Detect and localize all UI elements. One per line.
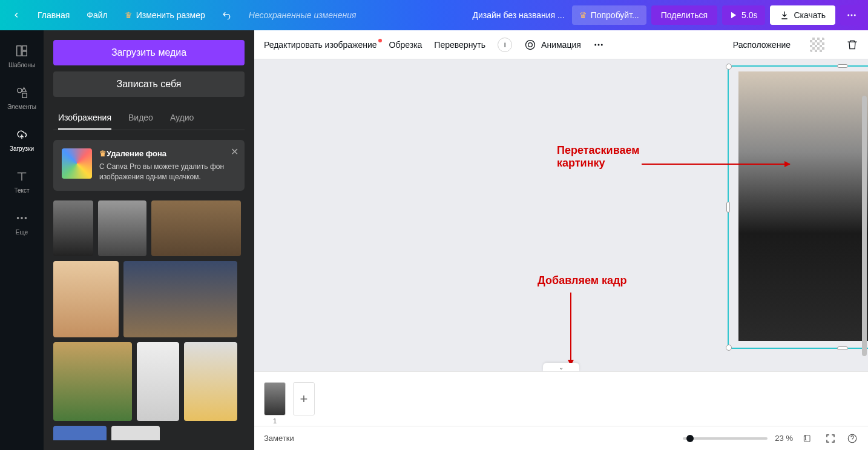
record-self-button[interactable]: Записать себя bbox=[53, 71, 245, 97]
undo-button[interactable] bbox=[215, 5, 239, 25]
svg-point-1 bbox=[847, 15, 849, 16]
tab-images[interactable]: Изображения bbox=[58, 107, 111, 130]
annotation-arrow bbox=[570, 293, 571, 365]
crown-icon: ♛ bbox=[579, 10, 587, 20]
vertical-scrollbar[interactable] bbox=[862, 96, 867, 356]
resize-handle[interactable] bbox=[837, 346, 848, 350]
home-button[interactable]: Главная bbox=[30, 5, 77, 25]
download-button[interactable]: Скачать bbox=[770, 5, 836, 25]
nav-elements[interactable]: Элементы bbox=[0, 77, 44, 119]
info-button[interactable]: i bbox=[498, 38, 512, 52]
page-list-button[interactable]: 1 bbox=[803, 432, 815, 445]
media-thumbnail[interactable] bbox=[123, 261, 237, 337]
media-thumbnail[interactable] bbox=[111, 426, 160, 440]
svg-rect-5 bbox=[22, 46, 27, 50]
media-thumbnail[interactable] bbox=[53, 342, 132, 421]
trash-icon bbox=[846, 39, 858, 51]
templates-icon bbox=[15, 44, 28, 58]
annotation-drag: Перетаскиваемкартинку bbox=[557, 144, 640, 170]
nav-more[interactable]: Еще bbox=[0, 202, 44, 244]
resize-handle[interactable] bbox=[837, 64, 848, 68]
more-options-button[interactable] bbox=[593, 39, 604, 50]
help-button[interactable] bbox=[846, 432, 858, 445]
download-icon bbox=[780, 10, 789, 20]
svg-point-13 bbox=[526, 40, 535, 49]
flip-button[interactable]: Перевернуть bbox=[434, 40, 485, 50]
canvas-area: Редактировать изображение Обрезка Переве… bbox=[254, 30, 868, 450]
bg-remove-promo: ♛Удаление фона С Canva Pro вы можете уда… bbox=[53, 140, 245, 191]
dots-icon bbox=[846, 10, 857, 21]
promo-title: ♛Удаление фона bbox=[99, 148, 236, 159]
zoom-slider-thumb[interactable] bbox=[686, 435, 694, 442]
resize-handle[interactable] bbox=[726, 64, 732, 70]
svg-point-2 bbox=[851, 15, 853, 16]
crown-icon: ♛ bbox=[125, 10, 133, 20]
fullscreen-button[interactable] bbox=[824, 432, 837, 445]
promo-close-button[interactable]: ✕ bbox=[231, 146, 238, 157]
crop-button[interactable]: Обрезка bbox=[389, 40, 422, 50]
media-thumbnail[interactable] bbox=[98, 200, 146, 256]
delete-button[interactable] bbox=[846, 39, 858, 51]
svg-rect-4 bbox=[17, 46, 21, 56]
unsaved-status: Несохраненные изменения bbox=[249, 10, 357, 20]
resize-button[interactable]: ♛Изменить размер bbox=[117, 5, 212, 25]
media-thumbnail[interactable] bbox=[53, 200, 93, 256]
nav-templates[interactable]: Шаблоны bbox=[0, 35, 44, 77]
try-pro-button[interactable]: ♛Попробуйт... bbox=[572, 5, 646, 25]
svg-point-16 bbox=[597, 44, 599, 45]
uploads-panel: Загрузить медиа Записать себя Изображени… bbox=[44, 30, 254, 450]
resize-handle[interactable] bbox=[726, 202, 730, 213]
tab-video[interactable]: Видео bbox=[128, 107, 153, 130]
media-thumbnail[interactable] bbox=[137, 342, 179, 421]
svg-marker-0 bbox=[731, 12, 736, 19]
edit-image-button[interactable]: Редактировать изображение bbox=[264, 40, 377, 50]
page-thumbnail[interactable]: 1 bbox=[264, 382, 286, 415]
svg-point-14 bbox=[528, 42, 533, 47]
share-button[interactable]: Поделиться bbox=[651, 5, 717, 25]
tab-audio[interactable]: Аудио bbox=[170, 107, 194, 130]
canvas-viewport[interactable]: Перетаскиваемкартинку Добавляем кадр ⌄ bbox=[254, 59, 868, 371]
nav-uploads[interactable]: Загрузки bbox=[0, 119, 44, 160]
top-menu-bar: Главная Файл ♛Изменить размер Несохранен… bbox=[0, 0, 868, 30]
promo-body: С Canva Pro вы можете удалить фон изобра… bbox=[99, 162, 236, 182]
context-toolbar: Редактировать изображение Обрезка Переве… bbox=[254, 30, 868, 59]
svg-marker-9 bbox=[22, 88, 26, 91]
animation-icon bbox=[524, 39, 536, 51]
media-thumbnail[interactable] bbox=[151, 200, 241, 256]
text-icon bbox=[15, 170, 28, 183]
zoom-level[interactable]: 23 % bbox=[775, 434, 793, 443]
more-menu-button[interactable] bbox=[840, 5, 863, 25]
media-thumbnail[interactable] bbox=[53, 426, 107, 440]
more-icon bbox=[15, 211, 28, 225]
document-title[interactable]: Дизайн без названия ... bbox=[473, 10, 565, 20]
uploads-icon bbox=[15, 128, 28, 141]
svg-point-10 bbox=[17, 217, 19, 219]
add-page-button[interactable]: + bbox=[293, 382, 315, 415]
play-button[interactable]: 5.0s bbox=[722, 5, 764, 25]
promo-thumbnail bbox=[62, 148, 92, 179]
position-button[interactable]: Расположение bbox=[733, 40, 791, 50]
nav-text[interactable]: Текст bbox=[0, 160, 44, 202]
timeline-collapse-button[interactable]: ⌄ bbox=[543, 363, 579, 371]
file-menu[interactable]: Файл bbox=[79, 5, 114, 25]
media-thumbnail[interactable] bbox=[53, 261, 119, 337]
svg-point-11 bbox=[21, 217, 23, 219]
media-thumbnail[interactable] bbox=[184, 342, 237, 421]
play-icon bbox=[729, 11, 738, 19]
dots-icon bbox=[593, 39, 604, 50]
transparency-button[interactable] bbox=[810, 38, 824, 52]
annotation-add-frame: Добавляем кадр bbox=[538, 274, 626, 287]
upload-media-button[interactable]: Загрузить медиа bbox=[53, 40, 245, 65]
animation-button[interactable]: Анимация bbox=[524, 39, 581, 51]
notes-button[interactable]: Заметки bbox=[264, 434, 294, 443]
bottom-status-bar: Заметки 23 % 1 bbox=[254, 426, 868, 450]
undo-icon bbox=[222, 10, 232, 20]
help-icon bbox=[847, 433, 858, 444]
resize-handle[interactable] bbox=[726, 345, 732, 351]
back-button[interactable] bbox=[5, 6, 28, 24]
zoom-slider[interactable] bbox=[683, 437, 768, 440]
media-tabs: Изображения Видео Аудио bbox=[53, 107, 245, 130]
left-nav-rail: Шаблоны Элементы Загрузки Текст Еще bbox=[0, 30, 44, 450]
svg-point-12 bbox=[25, 217, 27, 219]
svg-rect-6 bbox=[22, 51, 27, 56]
